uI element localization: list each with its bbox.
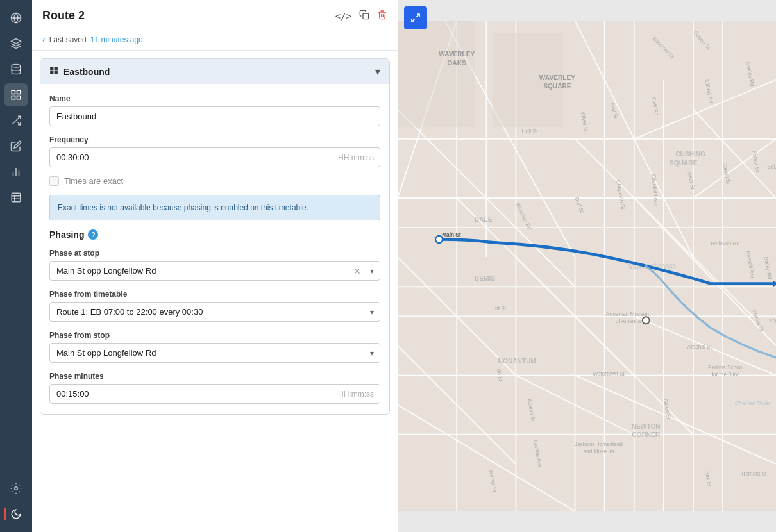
map-container: WAVERLEY OAKS WAVERLEY SQUARE Waverley S… bbox=[398, 0, 776, 532]
phase-minutes-group: Phase minutes HH:mm:ss bbox=[49, 372, 380, 404]
code-icon[interactable]: </> bbox=[335, 11, 351, 21]
svg-text:nt St: nt St bbox=[495, 305, 507, 312]
info-box: Exact times is not available because pha… bbox=[49, 195, 380, 220]
svg-rect-21 bbox=[50, 71, 53, 74]
phase-from-stop-label: Phase from stop bbox=[49, 331, 380, 340]
direction-icon bbox=[49, 66, 58, 77]
svg-text:Arsenal St: Arsenal St bbox=[687, 344, 713, 350]
sidebar-icon-database[interactable] bbox=[4, 58, 28, 81]
map-expand-button[interactable] bbox=[404, 6, 427, 29]
back-button[interactable]: ‹ bbox=[42, 35, 46, 45]
phase-at-stop-group: Phase at stop ✕ ▾ bbox=[49, 249, 380, 281]
svg-text:WAVERLEY: WAVERLEY bbox=[439, 51, 475, 58]
svg-rect-6 bbox=[17, 96, 21, 99]
svg-rect-7 bbox=[12, 96, 15, 99]
phase-from-timetable-input[interactable] bbox=[49, 302, 380, 322]
svg-point-114 bbox=[643, 317, 650, 324]
header-actions: </> bbox=[335, 10, 387, 22]
svg-text:of America: of America bbox=[616, 318, 641, 324]
svg-text:SQUARE: SQUARE bbox=[670, 160, 698, 167]
sidebar bbox=[0, 0, 32, 532]
sidebar-icon-stack[interactable] bbox=[4, 109, 28, 132]
info-text: Exact times is not available because pha… bbox=[58, 203, 308, 212]
svg-rect-19 bbox=[50, 67, 53, 70]
svg-text:for the Blind: for the Blind bbox=[712, 371, 741, 378]
svg-text:Tremont St: Tremont St bbox=[741, 470, 767, 477]
svg-text:DALE: DALE bbox=[475, 216, 493, 223]
svg-text:Charles River: Charles River bbox=[734, 400, 771, 406]
svg-text:WAVERLEY: WAVERLEY bbox=[539, 74, 575, 81]
breadcrumb-time: 11 minutes ago. bbox=[90, 35, 145, 44]
svg-point-17 bbox=[15, 487, 18, 490]
phase-at-stop-wrapper: ✕ ▾ bbox=[49, 261, 380, 281]
times-exact-checkbox[interactable] bbox=[49, 176, 59, 186]
direction-title: Eastbound bbox=[63, 67, 110, 77]
phase-from-stop-group: Phase from stop ▾ bbox=[49, 331, 380, 363]
phasing-title: Phasing ? bbox=[49, 229, 380, 240]
phase-from-stop-input[interactable] bbox=[49, 343, 380, 363]
svg-text:Jackson Homestead: Jackson Homestead bbox=[575, 441, 623, 447]
breadcrumb: ‹ Last saved 11 minutes ago. bbox=[32, 29, 398, 51]
svg-text:and Museum: and Museum bbox=[584, 448, 614, 454]
svg-text:Bel...: Bel... bbox=[767, 163, 776, 170]
copy-icon[interactable] bbox=[359, 10, 369, 22]
svg-text:Holt St: Holt St bbox=[522, 128, 539, 135]
name-input[interactable] bbox=[49, 106, 380, 126]
phase-from-timetable-group: Phase from timetable ▾ bbox=[49, 290, 380, 322]
phase-from-timetable-label: Phase from timetable bbox=[49, 290, 380, 299]
phasing-help-icon[interactable]: ? bbox=[88, 229, 98, 240]
svg-text:BEMIS: BEMIS bbox=[475, 275, 495, 282]
svg-rect-18 bbox=[363, 13, 369, 19]
times-exact-label: Times are exact bbox=[64, 176, 123, 186]
svg-text:Cyp...: Cyp... bbox=[770, 317, 776, 324]
sidebar-icon-chart[interactable] bbox=[4, 160, 28, 183]
svg-text:NONANTUM: NONANTUM bbox=[498, 358, 536, 365]
svg-text:Perkins School: Perkins School bbox=[708, 364, 743, 370]
sidebar-icon-grid[interactable] bbox=[4, 83, 28, 106]
frequency-group: Frequency HH:mm:ss bbox=[49, 135, 380, 167]
phase-minutes-input[interactable] bbox=[49, 384, 380, 404]
svg-rect-20 bbox=[55, 67, 58, 70]
delete-icon[interactable] bbox=[377, 10, 387, 22]
direction-header[interactable]: Eastbound ▾ bbox=[40, 59, 389, 84]
frequency-label: Frequency bbox=[49, 135, 380, 144]
svg-text:Main St: Main St bbox=[442, 231, 461, 238]
svg-text:CUSHING: CUSHING bbox=[675, 151, 705, 158]
svg-rect-4 bbox=[12, 90, 15, 94]
main-panel: Route 2 </> ‹ Last saved 11 minutes ago.… bbox=[32, 0, 398, 532]
sidebar-icon-settings[interactable] bbox=[4, 477, 28, 500]
svg-point-3 bbox=[12, 65, 21, 68]
phase-at-stop-input[interactable] bbox=[49, 261, 380, 281]
svg-text:SQUARE: SQUARE bbox=[543, 83, 571, 90]
svg-rect-22 bbox=[55, 71, 58, 74]
sidebar-icon-table[interactable] bbox=[4, 186, 28, 209]
map-panel: WAVERLEY OAKS WAVERLEY SQUARE Waverley S… bbox=[398, 0, 776, 532]
page-title: Route 2 bbox=[42, 9, 85, 22]
phasing-section: Phasing ? bbox=[49, 229, 380, 240]
sidebar-icon-moon[interactable] bbox=[4, 503, 28, 526]
breadcrumb-text: Last saved bbox=[49, 35, 87, 44]
sidebar-icon-pencil[interactable] bbox=[4, 135, 28, 158]
phase-minutes-label: Phase minutes bbox=[49, 372, 380, 381]
frequency-input[interactable] bbox=[49, 147, 380, 167]
phase-minutes-wrapper: HH:mm:ss bbox=[49, 384, 380, 404]
phase-at-stop-clear[interactable]: ✕ bbox=[353, 266, 361, 276]
phase-from-timetable-wrapper: ▾ bbox=[49, 302, 380, 322]
name-group: Name bbox=[49, 94, 380, 126]
map-svg: WAVERLEY OAKS WAVERLEY SQUARE Waverley S… bbox=[398, 0, 776, 532]
panel-header: Route 2 </> bbox=[32, 0, 398, 29]
phase-at-stop-label: Phase at stop bbox=[49, 249, 380, 258]
svg-rect-59 bbox=[398, 21, 475, 127]
frequency-input-wrapper: HH:mm:ss bbox=[49, 147, 380, 167]
svg-rect-5 bbox=[17, 90, 21, 94]
sidebar-icon-layers[interactable] bbox=[4, 32, 28, 55]
svg-text:Armenian Museum: Armenian Museum bbox=[606, 311, 651, 317]
sidebar-icon-globe[interactable] bbox=[4, 6, 28, 29]
form-content: Name Frequency HH:mm:ss Times are exact … bbox=[40, 84, 389, 414]
svg-text:Watertown St: Watertown St bbox=[593, 370, 625, 377]
svg-text:OAKS: OAKS bbox=[448, 60, 466, 67]
name-label: Name bbox=[49, 94, 380, 103]
svg-rect-13 bbox=[12, 193, 21, 202]
phase-from-stop-wrapper: ▾ bbox=[49, 343, 380, 363]
times-exact-row: Times are exact bbox=[49, 176, 380, 186]
